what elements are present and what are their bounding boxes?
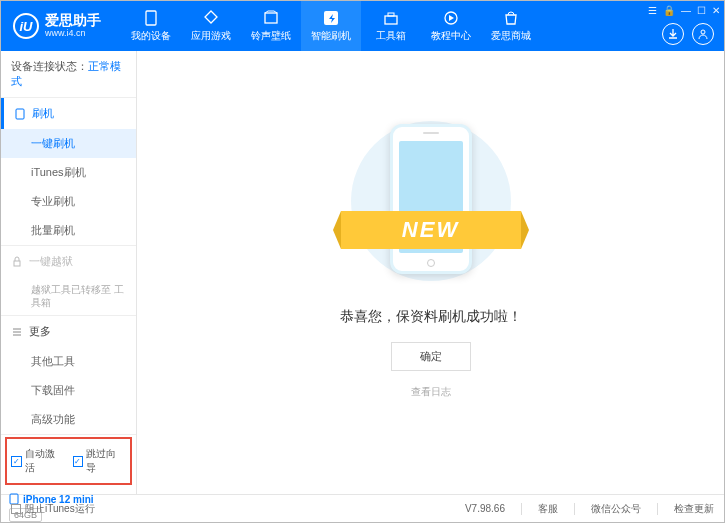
confirm-button[interactable]: 确定 [391, 342, 471, 371]
connection-status: 设备连接状态：正常模式 [1, 51, 136, 98]
svg-rect-0 [146, 11, 156, 25]
sidebar-item-其他工具[interactable]: 其他工具 [1, 347, 136, 376]
lock-icon[interactable]: 🔒 [663, 5, 675, 16]
more-header-label: 更多 [29, 324, 51, 339]
apps-icon [202, 9, 220, 27]
svg-point-6 [701, 30, 705, 34]
checkbox-icon: ✓ [11, 456, 22, 467]
nav-media[interactable]: 铃声壁纸 [241, 1, 301, 51]
wechat-link[interactable]: 微信公众号 [591, 502, 641, 516]
sidebar-item-一键刷机[interactable]: 一键刷机 [1, 129, 136, 158]
nav-toolbox[interactable]: 工具箱 [361, 1, 421, 51]
sidebar-section-flash[interactable]: 刷机 [1, 98, 136, 129]
check-update-link[interactable]: 检查更新 [674, 502, 714, 516]
checkbox-label: 自动激活 [25, 447, 65, 475]
nav-flash[interactable]: 智能刷机 [301, 1, 361, 51]
checkbox-icon: ✓ [73, 456, 84, 467]
logo-icon: iU [13, 13, 39, 39]
view-log-link[interactable]: 查看日志 [411, 385, 451, 399]
close-button[interactable]: ✕ [712, 5, 720, 16]
lock-icon [11, 256, 23, 268]
nav-label: 铃声壁纸 [251, 29, 291, 43]
flash-header-label: 刷机 [32, 106, 54, 121]
logo-text: 爱思助手 [45, 13, 101, 28]
sidebar-section-jailbreak: 一键越狱 [1, 246, 136, 277]
svg-rect-7 [16, 109, 24, 119]
nav-device[interactable]: 我的设备 [121, 1, 181, 51]
sidebar-section-more[interactable]: 更多 [1, 316, 136, 347]
logo: iU 爱思助手 www.i4.cn [1, 13, 113, 39]
minimize-button[interactable]: — [681, 5, 691, 16]
menu-icon[interactable]: ☰ [648, 5, 657, 16]
nav-label: 教程中心 [431, 29, 471, 43]
nav-apps[interactable]: 应用游戏 [181, 1, 241, 51]
checkbox-label: 跳过向导 [86, 447, 126, 475]
checkbox-自动激活[interactable]: ✓自动激活 [11, 447, 65, 475]
status-label: 设备连接状态： [11, 60, 88, 72]
svg-rect-3 [385, 16, 397, 24]
media-icon [262, 9, 280, 27]
svg-rect-4 [388, 13, 394, 16]
nav-label: 应用游戏 [191, 29, 231, 43]
checkbox-跳过向导[interactable]: ✓跳过向导 [73, 447, 127, 475]
success-illustration: NEW [356, 116, 506, 286]
block-itunes-checkbox[interactable] [11, 504, 21, 514]
jailbreak-header-label: 一键越狱 [29, 254, 73, 269]
sidebar: 设备连接状态：正常模式 刷机 一键刷机iTunes刷机专业刷机批量刷机 一键越狱… [1, 51, 137, 494]
sidebar-item-高级功能[interactable]: 高级功能 [1, 405, 136, 434]
jailbreak-note: 越狱工具已转移至 工具箱 [1, 277, 136, 315]
maximize-button[interactable]: ☐ [697, 5, 706, 16]
success-message: 恭喜您，保资料刷机成功啦！ [340, 308, 522, 326]
window-controls: ☰ 🔒 — ☐ ✕ [648, 5, 720, 16]
customer-service-link[interactable]: 客服 [538, 502, 558, 516]
nav-label: 我的设备 [131, 29, 171, 43]
user-button[interactable] [692, 23, 714, 45]
options-checkboxes: ✓自动激活✓跳过向导 [5, 437, 132, 485]
nav-label: 智能刷机 [311, 29, 351, 43]
tutorial-icon [442, 9, 460, 27]
device-icon [142, 9, 160, 27]
new-ribbon: NEW [341, 211, 521, 249]
main-nav: 我的设备应用游戏铃声壁纸智能刷机工具箱教程中心爱思商城 [121, 1, 541, 51]
sidebar-item-批量刷机[interactable]: 批量刷机 [1, 216, 136, 245]
sidebar-item-iTunes刷机[interactable]: iTunes刷机 [1, 158, 136, 187]
main-content: NEW 恭喜您，保资料刷机成功啦！ 确定 查看日志 [137, 51, 724, 494]
store-icon [502, 9, 520, 27]
menu-icon [11, 326, 23, 338]
block-itunes-label: 阻止iTunes运行 [25, 502, 95, 516]
nav-label: 工具箱 [376, 29, 406, 43]
svg-rect-8 [14, 261, 20, 266]
svg-rect-1 [265, 13, 277, 23]
toolbox-icon [382, 9, 400, 27]
sidebar-item-下载固件[interactable]: 下载固件 [1, 376, 136, 405]
download-button[interactable] [662, 23, 684, 45]
flash-icon [322, 9, 340, 27]
header-actions [662, 23, 714, 45]
nav-label: 爱思商城 [491, 29, 531, 43]
phone-icon [14, 108, 26, 120]
app-header: iU 爱思助手 www.i4.cn 我的设备应用游戏铃声壁纸智能刷机工具箱教程中… [1, 1, 724, 51]
sidebar-item-专业刷机[interactable]: 专业刷机 [1, 187, 136, 216]
version-label: V7.98.66 [465, 503, 505, 514]
nav-store[interactable]: 爱思商城 [481, 1, 541, 51]
logo-url: www.i4.cn [45, 29, 101, 39]
nav-tutorial[interactable]: 教程中心 [421, 1, 481, 51]
